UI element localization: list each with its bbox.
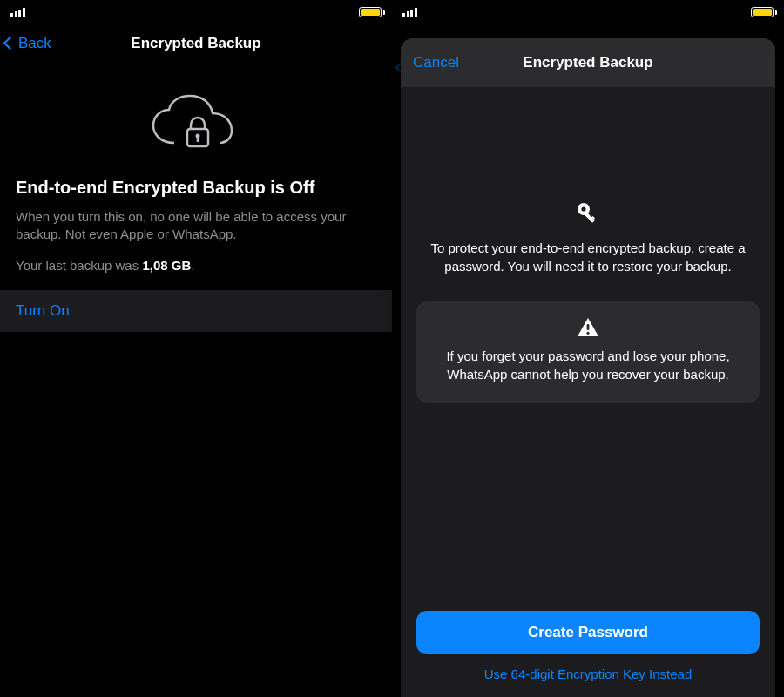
modal-screen: Back Encrypted Backup Cancel Encrypted B… bbox=[392, 0, 784, 697]
svg-point-8 bbox=[586, 332, 589, 335]
cellular-signal-icon bbox=[7, 8, 25, 17]
status-bar bbox=[392, 0, 784, 24]
svg-rect-7 bbox=[587, 324, 590, 330]
page-title: Encrypted Backup bbox=[131, 35, 260, 52]
back-button[interactable]: Back bbox=[5, 35, 51, 52]
battery-icon bbox=[359, 7, 385, 17]
warning-icon bbox=[430, 317, 746, 347]
sheet-description: To protect your end-to-end encrypted bac… bbox=[416, 239, 760, 301]
turn-on-button[interactable]: Turn On bbox=[0, 290, 392, 332]
use-key-link[interactable]: Use 64-digit Encryption Key Instead bbox=[416, 654, 760, 681]
sheet-title: Encrypted Backup bbox=[523, 54, 652, 71]
svg-point-1 bbox=[196, 134, 200, 139]
sheet-nav: Cancel Encrypted Backup bbox=[401, 38, 775, 87]
heading: End-to-end Encrypted Backup is Off bbox=[0, 178, 392, 208]
sheet-body: To protect your end-to-end encrypted bac… bbox=[401, 87, 775, 697]
cellular-signal-icon bbox=[399, 8, 417, 17]
chevron-left-icon bbox=[3, 36, 17, 50]
create-password-button[interactable]: Create Password bbox=[416, 611, 760, 654]
status-bar bbox=[0, 0, 392, 24]
svg-point-4 bbox=[581, 206, 585, 211]
description-text: When you turn this on, no one will be ab… bbox=[0, 208, 392, 258]
settings-screen: Back Encrypted Backup End-to-end Encrypt… bbox=[0, 0, 392, 697]
last-backup-text: Your last backup was 1,08 GB. bbox=[0, 258, 392, 290]
modal-sheet: Cancel Encrypted Backup To protect your … bbox=[401, 38, 775, 697]
cancel-button[interactable]: Cancel bbox=[413, 54, 459, 71]
sheet-footer: Create Password Use 64-digit Encryption … bbox=[416, 611, 760, 697]
warning-text: If you forget your password and lose you… bbox=[430, 347, 746, 383]
nav-bar: Back Encrypted Backup bbox=[0, 24, 392, 63]
key-icon bbox=[416, 87, 760, 239]
cloud-lock-icon bbox=[0, 63, 392, 178]
warning-card: If you forget your password and lose you… bbox=[416, 301, 760, 403]
battery-icon bbox=[751, 7, 777, 17]
back-label: Back bbox=[18, 35, 51, 52]
content: End-to-end Encrypted Backup is Off When … bbox=[0, 63, 392, 697]
